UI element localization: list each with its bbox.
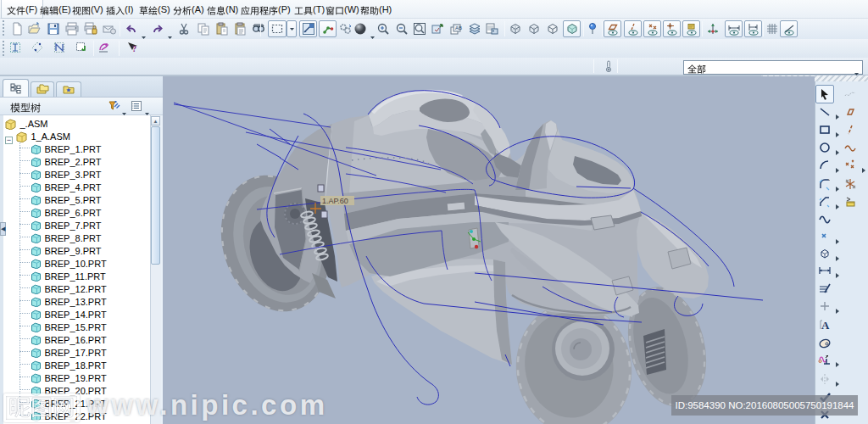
svg-text:AB: AB	[455, 25, 462, 31]
svg-text:?: ?	[132, 44, 136, 53]
svg-text:1.AP.60: 1.AP.60	[322, 197, 348, 205]
svg-text:A: A	[821, 319, 830, 332]
